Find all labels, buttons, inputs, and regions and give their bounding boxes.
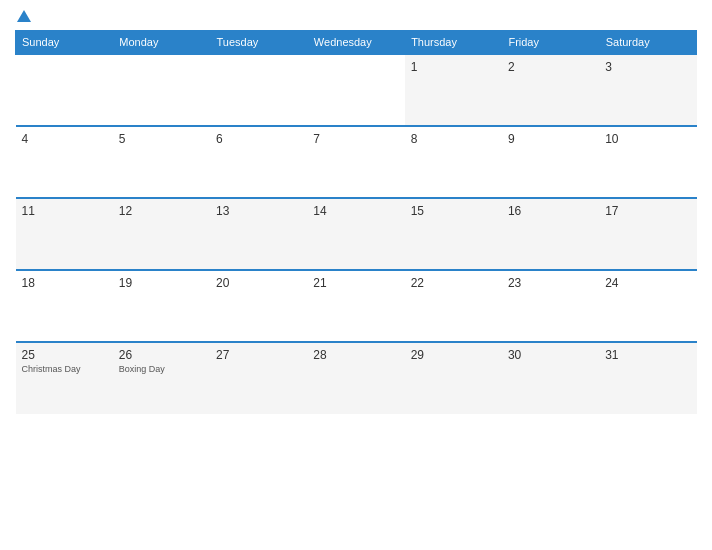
day-number: 6 [216, 132, 301, 146]
calendar-cell: 3 [599, 54, 696, 126]
week-row-4: 18192021222324 [16, 270, 697, 342]
calendar-cell: 7 [307, 126, 404, 198]
day-number: 25 [22, 348, 107, 362]
calendar-body: 1234567891011121314151617181920212223242… [16, 54, 697, 414]
calendar-cell: 10 [599, 126, 696, 198]
day-number: 12 [119, 204, 204, 218]
calendar-header [15, 10, 697, 22]
calendar-cell: 21 [307, 270, 404, 342]
calendar-grid: SundayMondayTuesdayWednesdayThursdayFrid… [15, 30, 697, 414]
calendar-cell: 5 [113, 126, 210, 198]
day-header-sunday: Sunday [16, 31, 113, 55]
week-row-1: 123 [16, 54, 697, 126]
day-number: 20 [216, 276, 301, 290]
holiday-label: Boxing Day [119, 364, 204, 374]
calendar-cell: 27 [210, 342, 307, 414]
day-header-wednesday: Wednesday [307, 31, 404, 55]
calendar-cell: 16 [502, 198, 599, 270]
day-number: 23 [508, 276, 593, 290]
days-header-row: SundayMondayTuesdayWednesdayThursdayFrid… [16, 31, 697, 55]
calendar-cell: 11 [16, 198, 113, 270]
day-number: 29 [411, 348, 496, 362]
day-number: 5 [119, 132, 204, 146]
calendar-cell: 13 [210, 198, 307, 270]
calendar-cell: 18 [16, 270, 113, 342]
day-number: 27 [216, 348, 301, 362]
calendar-cell: 20 [210, 270, 307, 342]
calendar-cell: 29 [405, 342, 502, 414]
day-header-monday: Monday [113, 31, 210, 55]
calendar-cell [210, 54, 307, 126]
day-header-tuesday: Tuesday [210, 31, 307, 55]
calendar-cell: 19 [113, 270, 210, 342]
logo-triangle-icon [17, 10, 31, 22]
calendar-cell: 14 [307, 198, 404, 270]
calendar-cell [307, 54, 404, 126]
day-number: 21 [313, 276, 398, 290]
day-number: 26 [119, 348, 204, 362]
calendar-cell: 23 [502, 270, 599, 342]
day-header-saturday: Saturday [599, 31, 696, 55]
calendar-cell: 31 [599, 342, 696, 414]
calendar-cell [16, 54, 113, 126]
day-number: 15 [411, 204, 496, 218]
day-number: 24 [605, 276, 690, 290]
calendar-cell: 2 [502, 54, 599, 126]
day-number: 30 [508, 348, 593, 362]
calendar-cell [113, 54, 210, 126]
calendar-cell: 9 [502, 126, 599, 198]
day-number: 2 [508, 60, 593, 74]
calendar-cell: 12 [113, 198, 210, 270]
day-number: 18 [22, 276, 107, 290]
day-header-thursday: Thursday [405, 31, 502, 55]
calendar-cell: 28 [307, 342, 404, 414]
day-number: 28 [313, 348, 398, 362]
day-number: 11 [22, 204, 107, 218]
day-number: 3 [605, 60, 690, 74]
calendar-cell: 4 [16, 126, 113, 198]
day-number: 10 [605, 132, 690, 146]
day-number: 4 [22, 132, 107, 146]
calendar-cell: 30 [502, 342, 599, 414]
holiday-label: Christmas Day [22, 364, 107, 374]
calendar-cell: 26Boxing Day [113, 342, 210, 414]
day-number: 9 [508, 132, 593, 146]
day-number: 13 [216, 204, 301, 218]
week-row-5: 25Christmas Day26Boxing Day2728293031 [16, 342, 697, 414]
day-number: 19 [119, 276, 204, 290]
calendar-cell: 22 [405, 270, 502, 342]
logo [15, 10, 31, 22]
calendar-cell: 15 [405, 198, 502, 270]
day-number: 22 [411, 276, 496, 290]
calendar-cell: 1 [405, 54, 502, 126]
day-header-friday: Friday [502, 31, 599, 55]
week-row-3: 11121314151617 [16, 198, 697, 270]
day-number: 31 [605, 348, 690, 362]
day-number: 7 [313, 132, 398, 146]
calendar-cell: 25Christmas Day [16, 342, 113, 414]
day-number: 17 [605, 204, 690, 218]
week-row-2: 45678910 [16, 126, 697, 198]
calendar-cell: 6 [210, 126, 307, 198]
calendar-container: SundayMondayTuesdayWednesdayThursdayFrid… [0, 0, 712, 550]
day-number: 1 [411, 60, 496, 74]
calendar-cell: 24 [599, 270, 696, 342]
day-number: 8 [411, 132, 496, 146]
day-number: 14 [313, 204, 398, 218]
calendar-cell: 8 [405, 126, 502, 198]
calendar-cell: 17 [599, 198, 696, 270]
day-number: 16 [508, 204, 593, 218]
